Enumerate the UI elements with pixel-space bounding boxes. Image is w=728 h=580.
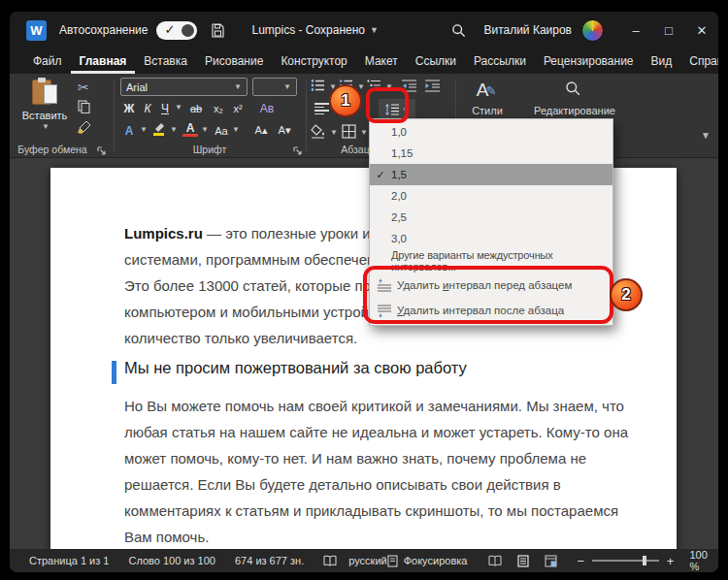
styles-button[interactable]: A✎ [472,78,501,103]
tab-help[interactable]: Справка [680,48,718,74]
copy-button[interactable] [78,100,90,113]
format-painter-button[interactable] [78,120,91,134]
word-count[interactable]: Слово 100 из 100 [128,555,215,566]
tab-home[interactable]: Главная [71,48,136,74]
screenshot-stage: W Автосохранение ✓ Lumpics - Сохранено▼ … [0,0,728,580]
underline-button[interactable]: Ч [157,99,173,117]
print-layout-icon[interactable] [517,555,529,567]
menu-item-spacing-2-5[interactable]: 2,5 [370,207,612,228]
font-color-chevron[interactable]: ▼ [201,125,209,134]
paragraph-lead-bold: Lumpics.ru [124,225,203,242]
clipboard-dialog-launcher[interactable] [97,146,106,155]
styles-label: Стили [456,105,518,116]
font-color-button[interactable]: А [182,121,198,137]
shrink-font-button[interactable]: А▾ [274,121,295,140]
tab-draw[interactable]: Рисование [196,48,272,74]
editing-button[interactable] [565,81,580,96]
heading-accent-bar [112,361,116,384]
paragraph-2: Но Вы можете помочь нам своей критикой и… [124,393,610,549]
tab-insert[interactable]: Вставка [135,48,196,74]
annotation-highlight-line-spacing-button [366,87,409,123]
cut-button[interactable]: ✂ [78,80,89,95]
tab-view[interactable]: Вид [643,48,681,74]
tab-references[interactable]: Ссылки [407,48,465,74]
page-indicator[interactable]: Страница 1 из 1 [29,555,109,566]
tab-design[interactable]: Конструктор [272,48,355,74]
paste-clipboard-icon [32,78,57,107]
ribbon-tab-bar: Файл Главная Вставка Рисование Конструкт… [10,48,718,74]
proofing-book-icon[interactable] [323,555,337,566]
highlight-chevron[interactable]: ▼ [170,125,178,134]
highlight-button[interactable] [151,121,166,137]
chevron-down-icon: ▼ [283,82,291,91]
char-count[interactable]: 674 из 677 зн. [235,555,304,566]
font-size-combo[interactable]: ▼ [252,78,297,96]
superscript-button[interactable]: x² [229,99,247,117]
grow-font-button[interactable]: А▴ [250,121,272,140]
shading-chevron[interactable]: ▼ [330,128,338,137]
text-effects-chevron[interactable]: ▼ [140,125,148,134]
group-label-clipboard: Буфер обмена [10,144,95,155]
zoom-slider-knob[interactable] [643,556,646,565]
increase-indent-button[interactable] [425,79,440,92]
bullets-icon [311,79,325,92]
maximize-button[interactable]: □ [652,12,685,48]
bullets-button[interactable] [311,79,325,92]
chevron-down-icon: ▼ [234,82,242,91]
check-icon: ✓ [164,22,175,37]
autosave-toggle[interactable]: ✓ [156,21,197,40]
text-effects-button[interactable]: А [120,121,138,140]
menu-item-spacing-1-5[interactable]: ✓1,5 [370,164,612,185]
zoom-in-button[interactable]: + [667,554,675,568]
tab-mailings[interactable]: Рассылки [465,48,535,74]
menu-item-spacing-3-0[interactable]: 3,0 [370,228,612,249]
borders-chevron[interactable]: ▼ [360,128,368,137]
font-dialog-launcher[interactable] [293,146,302,155]
document-title[interactable]: Lumpics - Сохранено▼ [251,23,378,37]
align-left-button[interactable] [314,101,329,116]
annotation-step-1-badge: 1 [329,84,362,117]
clear-formatting-button[interactable]: Ав [256,99,278,117]
annotation-step-2-badge: 2 [610,278,643,311]
autosave-label: Автосохранение [59,23,148,37]
zoom-slider[interactable] [592,560,659,562]
group-label-font: Шрифт [115,144,305,155]
find-icon [565,81,580,96]
close-button[interactable]: ✕ [685,12,718,48]
collapse-ribbon-chevron[interactable]: ▼ [701,130,711,141]
subscript-button[interactable]: x₂ [210,99,227,117]
word-window: W Автосохранение ✓ Lumpics - Сохранено▼ … [10,12,718,572]
zoom-level[interactable]: 100 % [689,549,716,572]
read-mode-icon[interactable] [488,555,502,566]
user-name[interactable]: Виталий Каиров [483,23,572,37]
menu-item-spacing-1-0[interactable]: 1,0 [370,121,612,143]
chevron-down-icon: ▼ [370,25,379,35]
font-name-combo[interactable]: Arial▼ [120,78,248,96]
italic-button[interactable]: К [140,99,155,117]
change-case-chevron[interactable]: ▼ [232,125,240,134]
avatar[interactable] [581,19,604,42]
strikethrough-button[interactable]: ab [186,99,206,117]
search-icon[interactable] [451,23,466,38]
status-bar: Страница 1 из 1 Слово 100 из 100 674 из … [10,549,718,572]
borders-button[interactable] [342,124,356,139]
minimize-button[interactable]: – [619,12,652,48]
bold-button[interactable]: Ж [120,99,138,117]
document-heading: Мы не просим пожертвований за свою работ… [124,359,467,377]
menu-item-spacing-1-15[interactable]: 1,15 [370,143,612,164]
focus-mode[interactable]: Фокусировка [404,555,468,566]
check-icon: ✓ [370,169,391,181]
menu-item-spacing-2-0[interactable]: 2,0 [370,185,612,207]
shading-button[interactable] [311,124,326,139]
tab-review[interactable]: Рецензирование [535,48,643,74]
save-icon[interactable] [210,22,226,39]
tab-file[interactable]: Файл [24,48,71,74]
tab-layout[interactable]: Макет [356,48,407,74]
language-indicator[interactable]: русский [348,555,386,566]
underline-options-chevron[interactable]: ▼ [175,103,182,112]
change-case-button[interactable]: Aa [212,121,231,140]
word-app-icon: W [26,20,47,41]
web-layout-icon[interactable] [545,555,557,567]
zoom-out-button[interactable]: − [577,554,584,568]
paste-button[interactable]: Вставить ▼ [21,78,68,131]
